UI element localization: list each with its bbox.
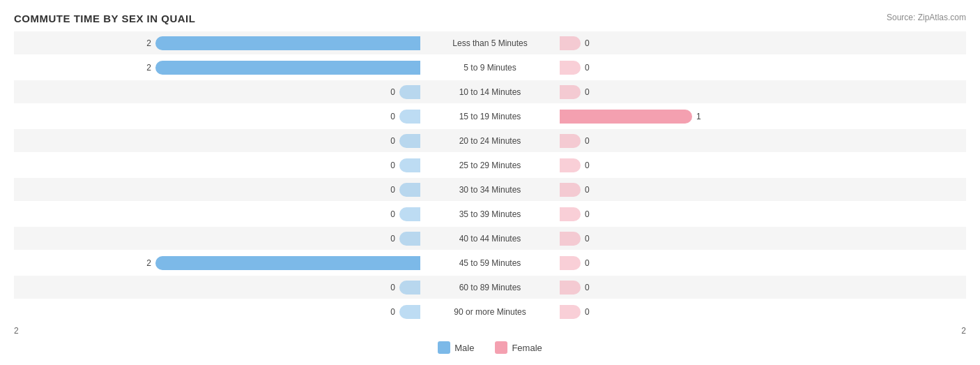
left-section: 0 [14,276,420,299]
right-section: 0 [560,80,966,103]
left-section: 2 [14,31,420,54]
right-bar-wrap: 0 [560,158,852,172]
left-bar-wrap: 2 [128,36,420,50]
left-bar-wrap: 0 [128,207,420,221]
left-section: 0 [14,154,420,177]
male-value: 0 [385,161,395,170]
left-bar-wrap: 2 [128,256,420,270]
chart-area: 2 Less than 5 Minutes 0 2 5 to 9 Minutes… [14,31,966,323]
right-section: 0 [560,227,966,250]
male-value: 0 [385,283,395,292]
male-bar [399,281,420,295]
left-bar-wrap: 0 [128,305,420,319]
right-section: 1 [560,105,966,128]
left-section: 2 [14,56,420,79]
male-value: 0 [385,209,395,219]
left-bar-wrap: 0 [128,281,420,295]
legend-male-box [438,341,450,354]
right-section: 0 [560,251,966,274]
female-bar [560,256,581,270]
row-label: 15 to 19 Minutes [420,112,560,121]
female-value: 0 [585,234,595,244]
right-section: 0 [560,129,966,152]
row-label: 35 to 39 Minutes [420,209,560,219]
female-bar [560,183,581,197]
row-label: 20 to 24 Minutes [420,136,560,146]
female-value: 0 [585,38,595,48]
row-label: 45 to 59 Minutes [420,258,560,268]
legend-male: Male [438,341,474,354]
right-bar-wrap: 0 [560,305,852,319]
male-value: 2 [141,258,151,268]
male-bar [399,110,420,124]
legend: Male Female [14,341,966,354]
right-bar-wrap: 0 [560,207,852,221]
legend-male-label: Male [454,343,474,353]
left-section: 0 [14,105,420,128]
male-value: 0 [385,87,395,97]
female-value: 0 [585,185,595,195]
female-bar [560,305,581,319]
right-section: 0 [560,154,966,177]
row-label: 90 or more Minutes [420,307,560,317]
right-section: 0 [560,202,966,225]
male-bar [155,256,420,270]
left-bar-wrap: 2 [128,61,420,75]
chart-container: COMMUTE TIME BY SEX IN QUAIL Source: Zip… [0,0,980,365]
male-bar [155,61,420,75]
left-bar-wrap: 0 [128,183,420,197]
left-section: 0 [14,178,420,201]
female-bar [560,85,581,99]
left-bar-wrap: 0 [128,110,420,124]
left-section: 2 [14,251,420,274]
right-bar-wrap: 0 [560,183,852,197]
left-section: 0 [14,227,420,250]
row-label: 25 to 29 Minutes [420,161,560,170]
male-bar [155,36,420,50]
row-label: 30 to 34 Minutes [420,185,560,195]
male-value: 2 [141,63,151,73]
table-row: 0 20 to 24 Minutes 0 [14,129,966,152]
row-label: 10 to 14 Minutes [420,87,560,97]
female-value: 0 [585,258,595,268]
legend-female-box [495,341,507,354]
female-bar [560,158,581,172]
left-bar-wrap: 0 [128,85,420,99]
female-bar [560,110,692,124]
axis-labels: 2 2 [14,325,966,337]
female-bar [560,134,581,148]
male-bar [399,232,420,246]
female-bar [560,281,581,295]
right-bar-wrap: 0 [560,232,852,246]
right-section: 0 [560,56,966,79]
female-bar [560,36,581,50]
left-bar-wrap: 0 [128,232,420,246]
male-bar [399,183,420,197]
source-label: Source: ZipAtlas.com [887,13,966,22]
right-bar-wrap: 0 [560,61,852,75]
left-section: 0 [14,129,420,152]
female-bar [560,207,581,221]
female-value: 0 [585,209,595,219]
female-bar [560,232,581,246]
female-bar [560,61,581,75]
female-value: 0 [585,87,595,97]
left-bar-wrap: 0 [128,158,420,172]
table-row: 2 Less than 5 Minutes 0 [14,31,966,54]
female-value: 1 [696,112,706,121]
right-bar-wrap: 0 [560,134,852,148]
table-row: 0 15 to 19 Minutes 1 [14,105,966,128]
right-section: 0 [560,178,966,201]
left-section: 0 [14,202,420,225]
right-bar-wrap: 0 [560,85,852,99]
legend-female-label: Female [512,343,542,353]
male-bar [399,134,420,148]
axis-right-label: 2 [961,326,966,336]
right-section: 0 [560,276,966,299]
right-bar-wrap: 0 [560,36,852,50]
male-bar [399,305,420,319]
row-label: 40 to 44 Minutes [420,234,560,244]
male-bar [399,207,420,221]
table-row: 0 10 to 14 Minutes 0 [14,80,966,103]
axis-left-label: 2 [14,326,19,336]
